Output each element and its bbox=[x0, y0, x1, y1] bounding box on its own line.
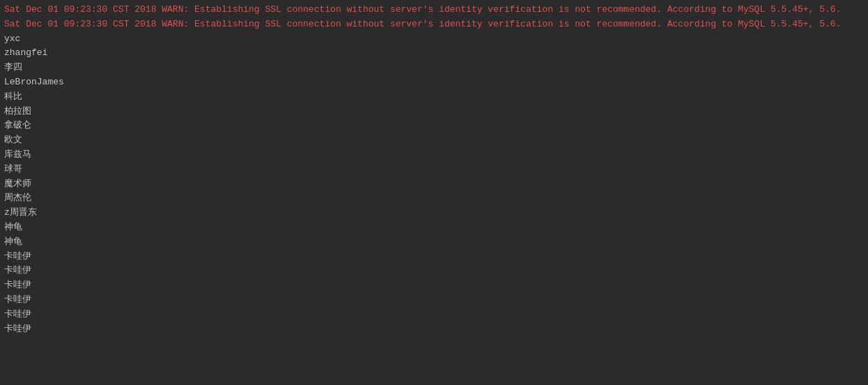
data-line-14: 神龟 bbox=[4, 235, 864, 250]
data-line-17: 卡哇伊 bbox=[4, 278, 864, 293]
data-line-19: 卡哇伊 bbox=[4, 308, 864, 322]
data-line-0: yxc bbox=[4, 32, 864, 47]
terminal-output: Sat Dec 01 09:23:30 CST 2018 WARN: Estab… bbox=[4, 3, 864, 385]
data-line-12: z周晋东 bbox=[4, 206, 864, 220]
data-line-7: 欧文 bbox=[4, 133, 864, 148]
data-line-11: 周杰伦 bbox=[4, 191, 864, 206]
data-line-15: 卡哇伊 bbox=[4, 250, 864, 264]
data-line-1: zhangfei bbox=[4, 46, 864, 61]
data-line-20: 卡哇伊 bbox=[4, 322, 864, 337]
data-line-9: 球哥 bbox=[4, 163, 864, 177]
data-line-5: 柏拉图 bbox=[4, 105, 864, 119]
warn-line-0: Sat Dec 01 09:23:30 CST 2018 WARN: Estab… bbox=[4, 3, 864, 17]
data-line-16: 卡哇伊 bbox=[4, 264, 864, 278]
data-line-3: LeBronJames bbox=[4, 75, 864, 90]
data-line-18: 卡哇伊 bbox=[4, 293, 864, 308]
data-line-6: 拿破仑 bbox=[4, 119, 864, 133]
data-line-4: 科比 bbox=[4, 90, 864, 105]
data-line-8: 库兹马 bbox=[4, 148, 864, 163]
data-line-2: 李四 bbox=[4, 61, 864, 75]
data-line-10: 魔术师 bbox=[4, 177, 864, 192]
data-line-13: 神龟 bbox=[4, 220, 864, 235]
warn-line-1: Sat Dec 01 09:23:30 CST 2018 WARN: Estab… bbox=[4, 17, 864, 32]
